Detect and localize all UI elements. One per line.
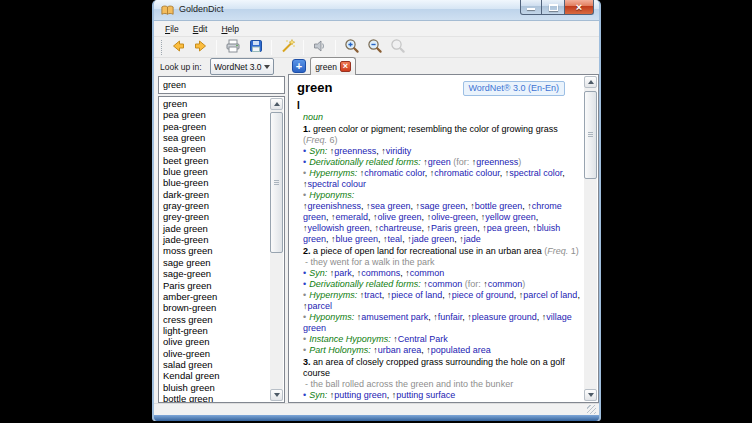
article-link[interactable]: spectral colour xyxy=(308,179,367,189)
article-link[interactable]: yellowish green xyxy=(308,223,370,233)
dictionary-group-select[interactable]: WordNet 3.0 xyxy=(210,58,274,75)
menu-edit[interactable]: Edit xyxy=(186,22,215,36)
tab-close-icon[interactable] xyxy=(340,61,351,72)
article-link[interactable]: common xyxy=(488,279,523,289)
zoom-out-button[interactable] xyxy=(364,38,385,57)
zoom-in-button[interactable] xyxy=(341,38,362,57)
article-link[interactable]: blue green xyxy=(336,234,379,244)
list-item[interactable]: gray-green xyxy=(159,200,271,211)
magic-wand-button[interactable] xyxy=(277,38,298,57)
article-link[interactable]: spectral color xyxy=(509,168,562,178)
minimize-button[interactable] xyxy=(520,0,542,15)
list-item[interactable]: bluish green xyxy=(159,382,271,393)
list-item[interactable]: grey-green xyxy=(159,211,271,222)
list-item[interactable]: moss green xyxy=(159,245,271,256)
wordlist-scrollbar[interactable] xyxy=(270,98,283,401)
list-item[interactable]: cress green xyxy=(159,314,271,325)
list-item[interactable]: olive green xyxy=(159,336,271,347)
scroll-up-icon[interactable] xyxy=(584,76,597,88)
article-link[interactable]: piece of ground xyxy=(452,290,514,300)
article-link[interactable]: teal xyxy=(388,234,403,244)
article-link[interactable]: olive green xyxy=(378,212,422,222)
scroll-down-icon[interactable] xyxy=(584,389,597,401)
article-link[interactable]: jade green xyxy=(412,234,455,244)
article-link[interactable]: Paris green xyxy=(431,223,477,233)
article-link[interactable]: funfair xyxy=(438,312,463,322)
article-link[interactable]: land site xyxy=(388,401,422,402)
article-link[interactable]: putting green xyxy=(334,390,387,400)
article-link[interactable]: olive-green xyxy=(431,212,476,222)
article-link[interactable]: emerald xyxy=(336,212,369,222)
article-link[interactable]: sage green xyxy=(420,201,465,211)
zoom-reset-button[interactable] xyxy=(387,38,408,57)
article-link[interactable]: Central Park xyxy=(398,334,448,344)
sound-button[interactable] xyxy=(309,38,330,57)
list-item[interactable]: blue green xyxy=(159,166,271,177)
article-scroll-thumb[interactable] xyxy=(584,91,597,179)
article-link[interactable]: chromatic colour xyxy=(434,168,500,178)
tab-green[interactable]: green xyxy=(310,57,356,75)
maximize-button[interactable] xyxy=(542,0,564,15)
list-item[interactable]: light-green xyxy=(159,325,271,336)
article-link[interactable]: putting surface xyxy=(396,390,455,400)
list-item[interactable]: Paris green xyxy=(159,280,271,291)
back-button[interactable] xyxy=(167,38,188,57)
list-item[interactable]: salad green xyxy=(159,359,271,370)
list-item[interactable]: pea-green xyxy=(159,121,271,132)
list-item[interactable]: beet green xyxy=(159,155,271,166)
menu-help[interactable]: Help xyxy=(214,22,245,36)
list-item[interactable]: bottle green xyxy=(159,393,271,402)
add-tab-button[interactable]: + xyxy=(292,59,306,73)
resize-grip-icon[interactable] xyxy=(587,405,596,414)
article-link[interactable]: urban area xyxy=(378,345,422,355)
article-link[interactable]: bottle green xyxy=(475,201,523,211)
article-link[interactable]: yellow green xyxy=(485,212,536,222)
list-item[interactable]: dark-green xyxy=(159,189,271,200)
list-item[interactable]: jade green xyxy=(159,223,271,234)
list-item[interactable]: green xyxy=(159,98,271,109)
article-link[interactable]: sea green xyxy=(371,201,411,211)
article-link[interactable]: greenness xyxy=(476,157,518,167)
save-button[interactable] xyxy=(245,38,266,57)
article-link[interactable]: green xyxy=(428,157,451,167)
title-bar[interactable]: GoldenDict xyxy=(154,0,599,21)
list-item[interactable]: sage-green xyxy=(159,268,271,279)
article-link[interactable]: viridity xyxy=(386,146,412,156)
search-input[interactable] xyxy=(158,76,285,94)
list-item[interactable]: sea green xyxy=(159,132,271,143)
scroll-up-icon[interactable] xyxy=(270,98,283,110)
wordlist-scroll-thumb[interactable] xyxy=(270,112,283,253)
article-link[interactable]: park xyxy=(334,268,352,278)
article-link[interactable]: tract xyxy=(364,290,382,300)
list-item[interactable]: Kendal green xyxy=(159,370,271,381)
dictionary-badge[interactable]: WordNet® 3.0 (En-En) xyxy=(463,81,566,96)
list-item[interactable]: sage green xyxy=(159,257,271,268)
list-item[interactable]: blue-green xyxy=(159,177,271,188)
article-link[interactable]: jade xyxy=(464,234,481,244)
article-link[interactable]: chromatic color xyxy=(364,168,425,178)
toolbar-drag-handle[interactable] xyxy=(158,40,162,55)
article-link[interactable]: parcel xyxy=(308,301,333,311)
article-link[interactable]: parcel of land xyxy=(523,290,577,300)
article-link[interactable]: amusement park xyxy=(361,312,428,322)
article-link[interactable]: site xyxy=(364,401,378,402)
list-item[interactable]: pea green xyxy=(159,109,271,120)
print-button[interactable] xyxy=(222,38,243,57)
article-link[interactable]: commons xyxy=(361,268,400,278)
forward-button[interactable] xyxy=(190,38,211,57)
list-item[interactable]: brown-green xyxy=(159,302,271,313)
article-link[interactable]: common xyxy=(410,268,445,278)
article-link[interactable]: common xyxy=(428,279,463,289)
list-item[interactable]: olive-green xyxy=(159,348,271,359)
article-link[interactable]: pea green xyxy=(487,223,528,233)
article-link[interactable]: pleasure ground xyxy=(472,312,537,322)
menu-file[interactable]: File xyxy=(158,22,186,36)
article-link[interactable]: greenishness xyxy=(308,201,362,211)
list-item[interactable]: amber-green xyxy=(159,291,271,302)
article-scrollbar[interactable] xyxy=(584,76,597,401)
article-link[interactable]: chartreuse xyxy=(379,223,422,233)
article-link[interactable]: piece of land xyxy=(391,290,442,300)
scroll-down-icon[interactable] xyxy=(270,389,283,401)
close-button[interactable] xyxy=(564,0,594,15)
article-link[interactable]: populated area xyxy=(431,345,491,355)
